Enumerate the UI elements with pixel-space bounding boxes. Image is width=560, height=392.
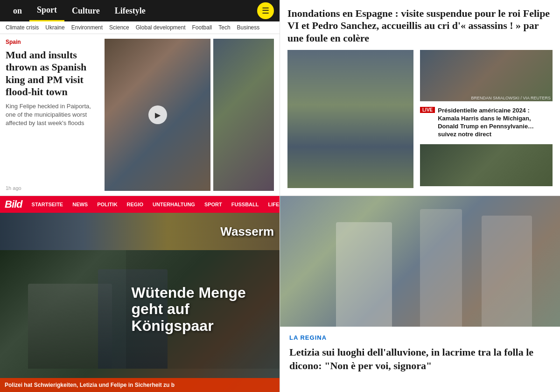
live-badge: LIVE — [420, 107, 435, 113]
lemonde-side-image-2[interactable] — [420, 144, 553, 186]
bild-nav-politik[interactable]: POLITIK — [97, 202, 117, 207]
subnav-science[interactable]: Science — [109, 24, 129, 31]
subnav-tech[interactable]: Tech — [218, 24, 230, 31]
play-button[interactable]: ▶ — [148, 105, 167, 124]
bild-nav-news[interactable]: NEWS — [72, 202, 88, 207]
bild-nav-sport[interactable]: SPORT — [204, 202, 222, 207]
lemonde-panel: Inondations en Espagne : visite suspendu… — [280, 0, 560, 196]
subnav-business[interactable]: Business — [237, 24, 260, 31]
italian-panel: LA REGINA Letizia sui luoghi dell'alluvi… — [280, 196, 560, 392]
subnav-environment[interactable]: Environment — [71, 24, 103, 31]
lemonde-headline[interactable]: Inondations en Espagne : visite suspendu… — [287, 7, 553, 44]
bild-nav-unterhaltung[interactable]: UNTERHALTUNG — [153, 202, 195, 207]
guardian-nav-sport[interactable]: Sport — [29, 0, 64, 21]
guardian-subnav: Climate crisis Ukraine Environment Scien… — [0, 21, 280, 34]
guardian-article-summary: King Felipe heckled in Paiporta, one of … — [6, 102, 99, 128]
guardian-article-headline[interactable]: Mud and insults thrown as Spanish king a… — [6, 49, 99, 98]
bild-header: Bild STARTSEITE NEWS POLITIK REGIO UNTER… — [0, 196, 280, 213]
bild-weather-text: Wasserm — [220, 224, 274, 239]
subnav-global[interactable]: Global development — [136, 24, 186, 31]
guardian-article-images: ▶ — [105, 39, 274, 191]
bild-headline: Wütende Menge geht auf Königspaar — [132, 285, 274, 334]
hamburger-icon: ☰ — [262, 6, 269, 16]
guardian-nav-culture[interactable]: Culture — [64, 0, 107, 21]
bild-headline-overlay: Wütende Menge geht auf Königspaar — [126, 250, 280, 369]
lemonde-image-caption: BRENDAN SMIALOWSKI / VIA REUTERS — [471, 96, 551, 100]
guardian-nav-on[interactable]: on — [6, 0, 29, 21]
guardian-main-image[interactable]: ▶ — [105, 39, 210, 191]
guardian-article-text: Spain Mud and insults thrown as Spanish … — [6, 39, 99, 191]
bild-weather-bar: Wasserm — [0, 213, 280, 250]
lemonde-live-article[interactable]: LIVE Présidentielle américaine 2024 : Ka… — [420, 107, 553, 139]
bild-nav-fussball[interactable]: FUSSBALL — [231, 202, 259, 207]
guardian-nav-lifestyle[interactable]: Lifestyle — [107, 0, 153, 21]
lemonde-content: BRENDAN SMIALOWSKI / VIA REUTERS LIVE Pr… — [287, 50, 553, 188]
lemonde-side-image-1[interactable]: BRENDAN SMIALOWSKI / VIA REUTERS — [420, 50, 553, 101]
bild-panel: Bild STARTSEITE NEWS POLITIK REGIO UNTER… — [0, 196, 280, 392]
guardian-article-time: 1h ago — [6, 185, 99, 191]
italian-main-image[interactable] — [280, 196, 560, 327]
italian-article-headline[interactable]: Letizia sui luoghi dell'alluvione, in la… — [289, 346, 551, 372]
guardian-article: Spain Mud and insults thrown as Spanish … — [0, 34, 280, 196]
italian-text-area: LA REGINA Letizia sui luoghi dell'alluvi… — [280, 327, 560, 392]
bild-logo[interactable]: Bild — [5, 198, 22, 210]
subnav-climate[interactable]: Climate crisis — [6, 24, 39, 31]
lemonde-main-image[interactable] — [287, 50, 413, 188]
bild-nav-regio[interactable]: REGIO — [127, 202, 143, 207]
lemonde-sidebar: BRENDAN SMIALOWSKI / VIA REUTERS LIVE Pr… — [420, 50, 553, 188]
subnav-ukraine[interactable]: Ukraine — [45, 24, 64, 31]
guardian-navbar: on Sport Culture Lifestyle ☰ — [0, 0, 280, 21]
guardian-menu-button[interactable]: ☰ — [257, 2, 274, 19]
guardian-secondary-image[interactable] — [213, 39, 274, 191]
lemonde-live-text: Présidentielle américaine 2024 : Kamala … — [438, 107, 553, 139]
italian-article-label: LA REGINA — [289, 334, 551, 341]
bild-nav-startseite[interactable]: STARTSEITE — [32, 202, 63, 207]
bild-nav-lifestyle[interactable]: LIFESTYLE — [268, 202, 280, 207]
bild-caption: Polizei hat Schwierigkeiten, Letizia und… — [0, 378, 280, 392]
bild-main-article[interactable]: Wütende Menge geht auf Königspaar Polize… — [0, 250, 280, 392]
guardian-panel: on Sport Culture Lifestyle ☰ Climate cri… — [0, 0, 280, 196]
guardian-article-label: Spain — [6, 39, 99, 45]
subnav-football[interactable]: Football — [192, 24, 212, 31]
